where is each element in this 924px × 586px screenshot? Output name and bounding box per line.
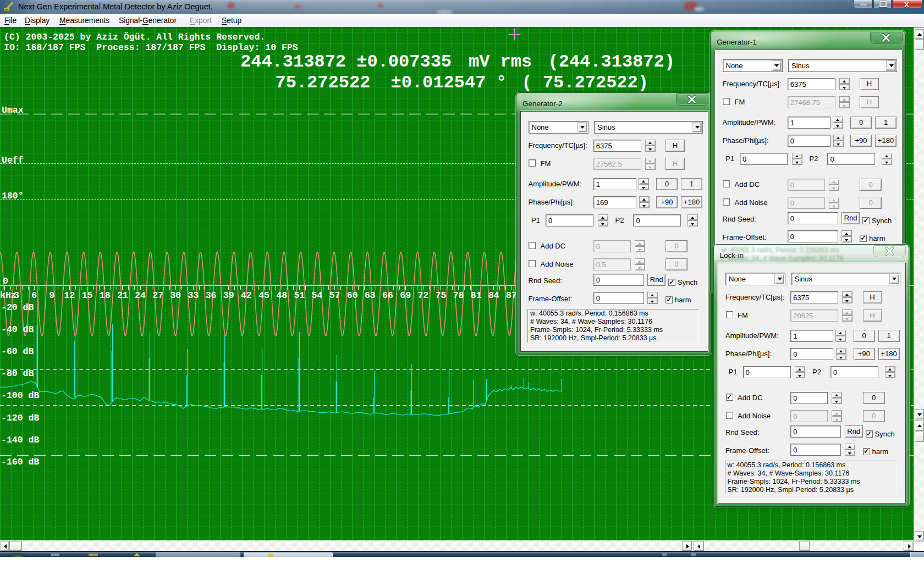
svg-text:(C) 2003-2025 by Aziz Ögüt. Al: (C) 2003-2025 by Aziz Ögüt. All Rights R… — [4, 32, 265, 42]
svg-text:63: 63 — [365, 290, 376, 301]
svg-text:(244.313872): (244.313872) — [548, 52, 675, 72]
svg-text:60: 60 — [347, 290, 358, 301]
svg-text:78: 78 — [453, 290, 464, 301]
svg-text:75.272522: 75.272522 — [276, 73, 371, 93]
svg-text:-40 dB: -40 dB — [1, 324, 34, 335]
svg-text:69: 69 — [400, 290, 411, 301]
svg-text:0: 0 — [3, 276, 8, 286]
svg-text:45: 45 — [258, 290, 270, 301]
svg-text:180°: 180° — [2, 191, 24, 201]
svg-text:IO: 188/187 FPS Process: 187/: IO: 188/187 FPS Process: 187/187 FPS Dis… — [4, 42, 298, 53]
svg-text:75: 75 — [436, 290, 447, 301]
svg-text:39: 39 — [223, 290, 234, 301]
svg-text:244.313872 ±0.007335: 244.313872 ±0.007335 — [240, 52, 452, 72]
svg-text:-80 dB: -80 dB — [1, 368, 34, 379]
svg-text:48: 48 — [276, 290, 287, 301]
svg-text:-60 dB: -60 dB — [1, 346, 34, 357]
svg-text:-100 dB: -100 dB — [1, 390, 39, 401]
svg-text:-20 dB: -20 dB — [1, 302, 34, 313]
svg-text:36: 36 — [206, 290, 217, 301]
svg-text:3: 3 — [14, 290, 19, 301]
svg-text:-140 dB: -140 dB — [1, 435, 39, 445]
svg-text:15: 15 — [82, 290, 93, 301]
svg-text:72: 72 — [417, 290, 428, 301]
svg-text:87: 87 — [506, 290, 517, 301]
svg-text:42: 42 — [241, 290, 252, 301]
svg-text:84: 84 — [488, 290, 499, 301]
svg-text:mV rms: mV rms — [469, 52, 532, 72]
svg-text:°: ° — [496, 73, 507, 93]
svg-text:57: 57 — [329, 290, 340, 301]
svg-text:Ueff: Ueff — [2, 155, 24, 165]
svg-text:Umax: Umax — [2, 105, 24, 115]
svg-text:-160 dB: -160 dB — [1, 457, 39, 467]
svg-text:-120 dB: -120 dB — [1, 413, 39, 423]
svg-text:81: 81 — [471, 290, 482, 301]
svg-text:18: 18 — [100, 290, 111, 301]
svg-text:±0.012547: ±0.012547 — [391, 73, 486, 93]
svg-text:9: 9 — [49, 290, 54, 301]
svg-text:30: 30 — [170, 290, 181, 301]
svg-text:54: 54 — [312, 290, 323, 301]
svg-text:6: 6 — [31, 290, 37, 301]
svg-text:27: 27 — [152, 290, 163, 301]
svg-text:( 75.272522): ( 75.272522) — [522, 73, 648, 93]
svg-text:33: 33 — [188, 290, 199, 301]
svg-text:24: 24 — [135, 290, 146, 301]
svg-text:21: 21 — [117, 290, 128, 301]
svg-text:12: 12 — [64, 290, 75, 301]
svg-text:51: 51 — [294, 290, 305, 301]
svg-text:66: 66 — [382, 290, 393, 301]
